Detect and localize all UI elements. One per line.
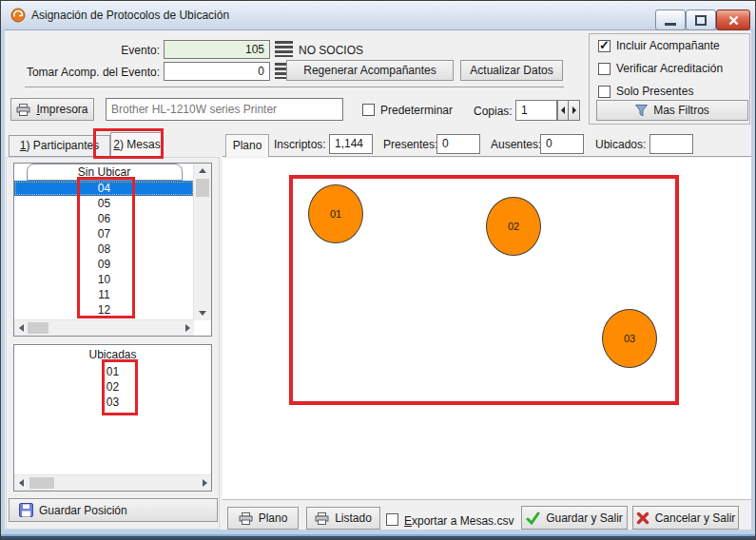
actualizar-datos-button[interactable]: Actualizar Datos [460, 60, 563, 81]
guardar-y-salir-label: Guardar y Salir [546, 511, 623, 525]
print-listado-button[interactable]: Listado [306, 507, 380, 530]
window-border-left [1, 29, 5, 539]
window-title: Asignación de Protocolos de Ubicación [31, 9, 229, 22]
print-plano-label: Plano [259, 511, 288, 525]
predeterminar-label: Predeterminar [380, 101, 453, 120]
right-arrow-icon [203, 479, 207, 487]
ausentes-field[interactable]: 0 [540, 134, 584, 154]
list-item[interactable]: 04 [14, 181, 194, 196]
list-item[interactable]: 07 [14, 226, 194, 241]
guardar-posicion-label: Guardar Posición [39, 504, 127, 517]
ubicados-label: Ubicados: [595, 135, 646, 154]
table-circle-01[interactable]: 01 [308, 184, 363, 243]
scrollbar-thumb[interactable] [196, 179, 209, 197]
sin-ubicar-content: Sin Ubicar 040506070809101112 [14, 164, 194, 320]
exportar-mesas-label: Exportar a Mesas.csv [404, 511, 514, 530]
tomar-acomp-field[interactable]: 0 [164, 62, 270, 81]
sin-ubicar-rows: 040506070809101112 [14, 181, 194, 318]
list-item[interactable]: 10 [14, 272, 194, 287]
tab-plano[interactable]: Plano [225, 134, 269, 157]
window-border-bottom [1, 530, 755, 539]
list-item[interactable]: 03 [14, 395, 211, 410]
scroll-left-button[interactable] [14, 320, 28, 336]
tab-mesas[interactable]: 2) Mesas [110, 132, 164, 158]
presentes-field[interactable]: 0 [436, 134, 480, 154]
tab-participantes[interactable]: 1) Participantes [9, 135, 110, 157]
right-arrow-icon [572, 106, 576, 114]
sin-ubicar-vertical-scrollbar[interactable] [193, 164, 211, 320]
green-check-icon [526, 511, 540, 525]
ubicadas-list[interactable]: Ubicadas 010203 [13, 344, 212, 492]
presentes-label: Presentes: [383, 135, 437, 154]
impresora-label: Impresora [36, 103, 87, 116]
list-item[interactable]: 12 [14, 302, 194, 318]
cancelar-y-salir-label: Cancelar y Salir [655, 511, 736, 525]
copias-field[interactable]: 1 [515, 100, 557, 121]
checkbox-verificar-acreditacion[interactable] [598, 63, 611, 75]
scrollbar-thumb[interactable] [28, 322, 48, 334]
printer-icon [16, 104, 30, 116]
scroll-right-button[interactable] [198, 475, 211, 491]
scroll-right-button[interactable] [181, 320, 194, 336]
red-x-icon [636, 511, 649, 525]
exportar-mesas-checkbox[interactable] [386, 513, 398, 526]
evento-field[interactable]: 105 [164, 40, 270, 59]
impresora-button[interactable]: Impresora [10, 98, 94, 121]
left-arrow-icon [19, 479, 24, 487]
ubicadas-horizontal-scrollbar[interactable] [14, 474, 211, 491]
sin-ubicar-header[interactable]: Sin Ubicar [27, 164, 183, 181]
guardar-y-salir-button[interactable]: Guardar y Salir [521, 506, 628, 530]
scroll-down-button[interactable] [194, 306, 211, 320]
scroll-left-button[interactable] [14, 475, 28, 491]
app-icon [10, 8, 26, 23]
close-button[interactable] [716, 10, 750, 30]
sin-ubicar-horizontal-scrollbar[interactable] [14, 319, 194, 336]
floppy-disk-icon [19, 503, 33, 517]
checkbox-row-verificar-acreditacion: Verificar Acreditación [598, 61, 749, 80]
list-item[interactable]: 09 [14, 257, 194, 272]
scrollbar-thumb[interactable] [29, 477, 54, 489]
mas-filtros-button[interactable]: Mas Filtros [596, 100, 748, 121]
guardar-posicion-button[interactable]: Guardar Posición [9, 498, 218, 522]
list-item[interactable]: 06 [14, 211, 194, 226]
evento-lookup-icon[interactable] [275, 41, 293, 57]
list-item[interactable]: 08 [14, 241, 194, 257]
table-circle-03[interactable]: 03 [602, 309, 657, 368]
ubicadas-rows: 010203 [14, 364, 211, 410]
up-arrow-icon [199, 168, 206, 173]
checkbox-incluir-acompanante[interactable] [598, 40, 611, 52]
inscriptos-field[interactable]: 1,144 [329, 134, 373, 154]
copias-label: Copias: [474, 102, 513, 121]
sin-ubicar-list[interactable]: Sin Ubicar 040506070809101112 [13, 163, 212, 337]
inscriptos-label: Inscriptos: [274, 135, 326, 154]
evento-label: Evento: [58, 41, 160, 60]
separator-line [25, 87, 564, 87]
evento-name-label: NO SOCIOS [299, 41, 363, 60]
list-item[interactable]: 02 [14, 379, 211, 395]
plan-canvas[interactable]: 010203 [223, 158, 752, 500]
minimize-button[interactable] [655, 10, 686, 30]
print-plano-button[interactable]: Plano [227, 507, 299, 530]
list-item[interactable]: 01 [14, 364, 211, 379]
table-circle-02[interactable]: 02 [486, 197, 541, 256]
minimize-icon [665, 23, 676, 26]
restore-button[interactable] [686, 10, 716, 30]
filter-checkbox-list: Incluir AcompañanteVerificar Acreditació… [590, 38, 749, 103]
regenerar-acompanantes-button[interactable]: Regenerar Acompañantes [286, 60, 454, 81]
right-arrow-icon [185, 324, 190, 332]
copias-decrement-button[interactable] [557, 100, 569, 121]
plano-tab-panel: 010203 [223, 156, 752, 532]
ubicados-field[interactable] [649, 134, 693, 154]
left-arrow-icon [19, 324, 24, 332]
titlebar: Asignación de Protocolos de Ubicación [1, 1, 755, 30]
checkbox-solo-presentes[interactable] [598, 86, 611, 98]
left-arrow-icon [561, 106, 565, 114]
copias-increment-button[interactable] [569, 100, 580, 121]
list-item[interactable]: 11 [14, 287, 194, 302]
cancelar-y-salir-button[interactable]: Cancelar y Salir [632, 506, 739, 530]
scroll-up-button[interactable] [194, 164, 211, 178]
list-item[interactable]: 05 [14, 196, 194, 211]
down-arrow-icon [199, 311, 206, 316]
printer-name-field[interactable]: Brother HL-1210W series Printer [106, 98, 343, 121]
predeterminar-checkbox[interactable] [362, 104, 375, 116]
